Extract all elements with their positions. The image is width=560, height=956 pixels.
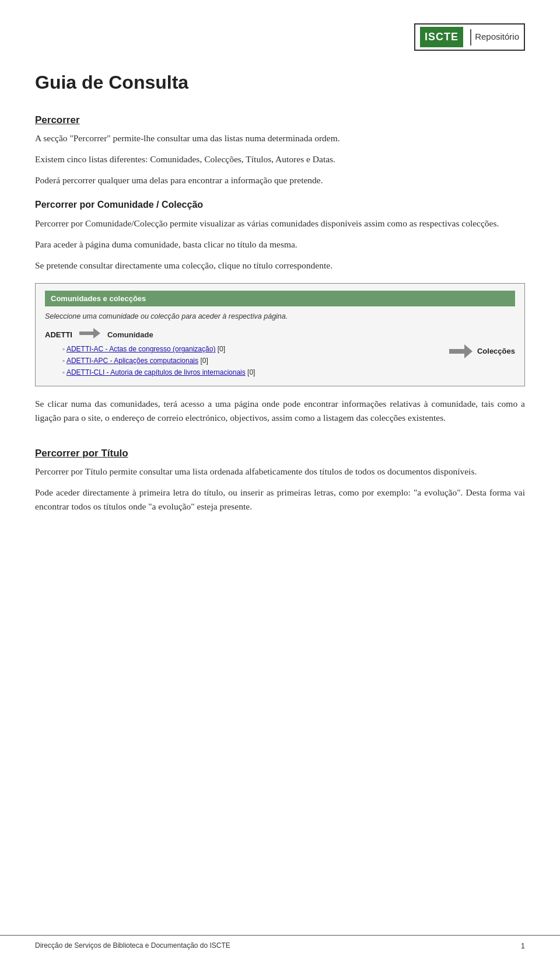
titulo-para1: Percorrer por Título permite consultar u… (35, 465, 525, 479)
community-name: ADETTI (45, 329, 72, 341)
community-main-row: ADETTI Comunidade (45, 328, 438, 342)
svg-rect-2 (449, 349, 464, 354)
screenshot-content: ADETTI Comunidade ADETTI-AC - Actas de c… (45, 328, 515, 379)
subcommunity-suffix-3: [0] (247, 368, 255, 376)
screenshot-header: Comunidades e colecções (45, 291, 515, 307)
logo-text: Repositório (475, 30, 519, 44)
footer-page-number: 1 (521, 940, 525, 952)
svg-rect-0 (79, 332, 93, 335)
logo-iscte: ISCTE (420, 27, 463, 47)
main-title: Guia de Consulta (35, 68, 525, 96)
arrow-colecoes-row: Colecções (449, 344, 515, 358)
list-item: ADETTI-CLI - Autoria de capítulos de liv… (62, 367, 438, 378)
titulo-heading: Percorrer por Título (35, 446, 525, 461)
subcommunity-suffix-1: [0] (218, 345, 225, 353)
percorrer-heading: Percorrer (35, 113, 525, 128)
comunidade-heading: Percorrer por Comunidade / Colecção (35, 198, 525, 212)
comunidade-para1: Percorrer por Comunidade/Colecção permit… (35, 217, 525, 231)
svg-marker-3 (464, 344, 473, 358)
footer-left-text: Direcção de Serviços de Biblioteca e Doc… (35, 940, 230, 951)
subcommunity-link-1[interactable]: ADETTI-AC - Actas de congresso (organiza… (66, 345, 215, 353)
logo-container: ISCTE Repositório (414, 23, 525, 51)
subcommunity-list: ADETTI-AC - Actas de congresso (organiza… (45, 344, 438, 378)
header: ISCTE Repositório (35, 23, 525, 51)
comunidade-para2: Para aceder à página duma comunidade, ba… (35, 238, 525, 252)
list-item: ADETTI-APC - Aplicações computacionais [… (62, 355, 438, 366)
screenshot-left: ADETTI Comunidade ADETTI-AC - Actas de c… (45, 328, 438, 379)
subcommunity-suffix-2: [0] (200, 357, 208, 365)
arrow-right-icon (79, 328, 100, 339)
logo-separator (470, 29, 471, 46)
list-item: ADETTI-AC - Actas de congresso (organiza… (62, 344, 438, 354)
screenshot-box: Comunidades e colecções Seleccione uma c… (35, 283, 525, 387)
screenshot-right: Colecções (449, 328, 515, 358)
colecoes-label: Colecções (477, 346, 515, 357)
percorrer-para1: A secção "Percorrer" permite-lhe consult… (35, 131, 525, 145)
page-wrapper: ISCTE Repositório Guia de Consulta Perco… (0, 0, 560, 956)
percorrer-para2: Existem cinco listas diferentes: Comunid… (35, 152, 525, 166)
arrow-colecoes-icon (449, 344, 473, 358)
subcommunity-link-2[interactable]: ADETTI-APC - Aplicações computacionais (66, 357, 198, 365)
footer: Direcção de Serviços de Biblioteca e Doc… (0, 935, 560, 957)
after-screenshot-para: Se clicar numa das comunidades, terá ace… (35, 397, 525, 425)
comunidade-para3: Se pretende consultar directamente uma c… (35, 259, 525, 273)
screenshot-instruction: Seleccione uma comunidade ou colecção pa… (45, 311, 515, 322)
subcommunity-link-3[interactable]: ADETTI-CLI - Autoria de capítulos de liv… (66, 368, 246, 376)
titulo-para2: Pode aceder directamente à primeira letr… (35, 486, 525, 514)
community-label: Comunidade (107, 329, 153, 341)
svg-marker-1 (93, 328, 100, 339)
percorrer-para3: Poderá percorrer qualquer uma delas para… (35, 173, 525, 187)
